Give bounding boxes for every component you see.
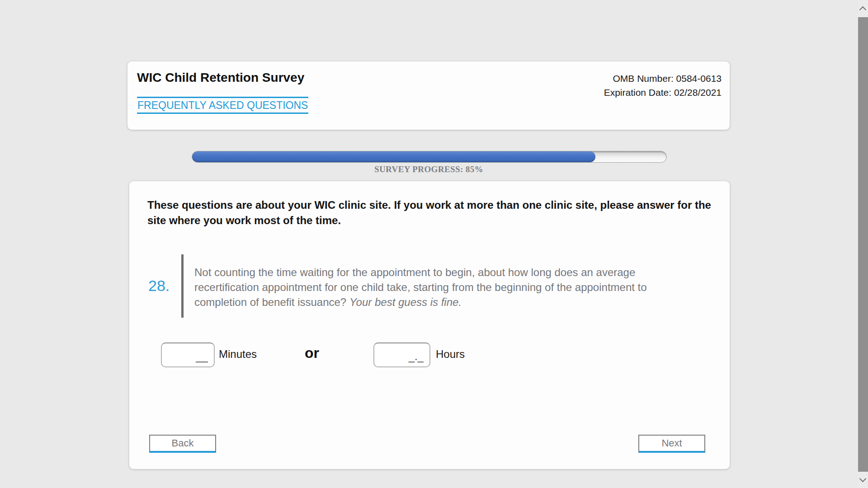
faq-link[interactable]: FREQUENTLY ASKED QUESTIONS (137, 97, 308, 114)
scrollbar-thumb[interactable] (858, 17, 868, 473)
header-card: WIC Child Retention Survey FREQUENTLY AS… (127, 61, 730, 130)
progress-label: SURVEY PROGRESS: 85% (192, 164, 666, 174)
back-button[interactable]: Back (149, 435, 216, 453)
omb-number: OMB Number: 0584-0613 (604, 71, 722, 85)
page-title: WIC Child Retention Survey (137, 70, 304, 85)
question-text: Not counting the time waiting for the ap… (194, 265, 671, 310)
scroll-down-button[interactable] (858, 472, 868, 488)
progress-fill (192, 151, 595, 162)
expiration-date: Expiration Date: 02/28/2021 (604, 85, 722, 99)
minutes-input[interactable] (161, 343, 215, 367)
survey-progress: SURVEY PROGRESS: 85% (192, 151, 666, 174)
omb-info: OMB Number: 0584-0613 Expiration Date: 0… (604, 71, 722, 99)
progress-track (192, 151, 667, 163)
vertical-scrollbar (858, 0, 868, 488)
or-label: or (305, 345, 319, 361)
hours-label: Hours (436, 348, 465, 361)
question-number: 28. (148, 277, 170, 295)
chevron-down-icon (859, 475, 867, 483)
section-intro: These questions are about your WIC clini… (147, 197, 713, 228)
question-hint: Your best guess is fine. (349, 296, 462, 308)
next-button[interactable]: Next (638, 435, 705, 453)
hours-input[interactable] (373, 343, 430, 367)
question-card: These questions are about your WIC clini… (129, 181, 730, 469)
minutes-label: Minutes (219, 348, 257, 361)
scroll-up-button[interactable] (858, 0, 868, 17)
survey-page: WIC Child Retention Survey FREQUENTLY AS… (0, 0, 868, 488)
question-divider (181, 254, 184, 318)
chevron-up-icon (859, 6, 867, 14)
